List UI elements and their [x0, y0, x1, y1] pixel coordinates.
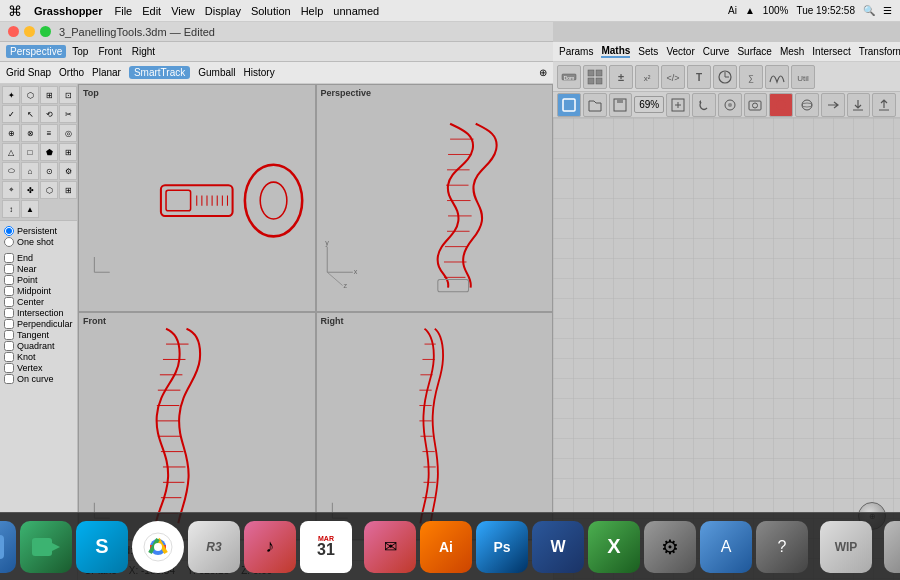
dock-calendar[interactable]: MAR31: [300, 521, 352, 573]
dock-chrome[interactable]: [132, 521, 184, 573]
sidebar-icon-7[interactable]: ⟲: [40, 105, 58, 123]
gh-menu-curve[interactable]: Curve: [703, 46, 730, 57]
gh-menu-params[interactable]: Params: [559, 46, 593, 57]
gh-menu-mesh[interactable]: Mesh: [780, 46, 804, 57]
sidebar-icon-5[interactable]: ✓: [2, 105, 20, 123]
history[interactable]: History: [244, 67, 275, 78]
snap-knot[interactable]: Knot: [4, 352, 73, 362]
viewport-right[interactable]: Right: [316, 312, 554, 540]
menu-view[interactable]: View: [171, 5, 195, 17]
search-icon[interactable]: 🔍: [863, 5, 875, 16]
gh-icon-script[interactable]: </>: [661, 65, 685, 89]
gh-icon-util[interactable]: Util: [791, 65, 815, 89]
menu-unnamed[interactable]: unnamed: [333, 5, 379, 17]
minimize-button[interactable]: [24, 26, 35, 37]
gh-menu-vector[interactable]: Vector: [666, 46, 694, 57]
sidebar-icon-23[interactable]: ⬡: [40, 181, 58, 199]
menu-solution[interactable]: Solution: [251, 5, 291, 17]
snap-center[interactable]: Center: [4, 297, 73, 307]
sidebar-icon-2[interactable]: ⬡: [21, 86, 39, 104]
sidebar-icon-21[interactable]: ⌖: [2, 181, 20, 199]
sidebar-icon-3[interactable]: ⊞: [40, 86, 58, 104]
gh-open-icon[interactable]: [583, 93, 607, 117]
snap-oncurve[interactable]: On curve: [4, 374, 73, 384]
sidebar-icon-26[interactable]: ▲: [21, 200, 39, 218]
gh-download-icon[interactable]: [847, 93, 871, 117]
snap-tangent[interactable]: Tangent: [4, 330, 73, 340]
menu-display[interactable]: Display: [205, 5, 241, 17]
sidebar-icon-22[interactable]: ✤: [21, 181, 39, 199]
sidebar-icon-18[interactable]: ⌂: [21, 162, 39, 180]
gh-save-icon[interactable]: [609, 93, 633, 117]
snap-near[interactable]: Near: [4, 264, 73, 274]
ortho[interactable]: Ortho: [59, 67, 84, 78]
dock-unknown-app[interactable]: ?: [756, 521, 808, 573]
gh-zoom-level[interactable]: 69%: [634, 96, 664, 113]
gh-canvas[interactable]: seed ▌ s Cull ▌ ▌ On L 0.0em 0.0em >20 >…: [553, 118, 900, 580]
gh-icon-polynomials[interactable]: x²: [635, 65, 659, 89]
dock-wip[interactable]: WIP: [820, 521, 872, 573]
viewport-top[interactable]: Top: [78, 84, 316, 312]
dock-xcode[interactable]: X: [588, 521, 640, 573]
control-icon[interactable]: ☰: [883, 5, 892, 16]
sidebar-icon-15[interactable]: ⬟: [40, 143, 58, 161]
gh-upload-icon[interactable]: [872, 93, 896, 117]
gh-camera-icon[interactable]: [744, 93, 768, 117]
snap-intersection[interactable]: Intersection: [4, 308, 73, 318]
tab-front[interactable]: Front: [94, 45, 125, 58]
snap-oneshot[interactable]: One shot: [4, 237, 73, 247]
maximize-button[interactable]: [40, 26, 51, 37]
dock-ai[interactable]: Ai: [420, 521, 472, 573]
dock-facetime[interactable]: [20, 521, 72, 573]
tab-top[interactable]: Top: [68, 45, 92, 58]
planar[interactable]: Planar: [92, 67, 121, 78]
sidebar-icon-13[interactable]: △: [2, 143, 20, 161]
gh-icon-math[interactable]: ∑: [739, 65, 763, 89]
close-button[interactable]: [8, 26, 19, 37]
snap-vertex[interactable]: Vertex: [4, 363, 73, 373]
sidebar-icon-1[interactable]: ✦: [2, 86, 20, 104]
dock-system-prefs[interactable]: ⚙: [644, 521, 696, 573]
sidebar-icon-10[interactable]: ⊗: [21, 124, 39, 142]
snap-perpendicular[interactable]: Perpendicular: [4, 319, 73, 329]
gh-menu-sets[interactable]: Sets: [638, 46, 658, 57]
gh-icon-domain[interactable]: Dom: [557, 65, 581, 89]
tab-perspective[interactable]: Perspective: [6, 45, 66, 58]
sidebar-icon-14[interactable]: □: [21, 143, 39, 161]
snap-end[interactable]: End: [4, 253, 73, 263]
sidebar-icon-6[interactable]: ↖: [21, 105, 39, 123]
gumball[interactable]: Gumball: [198, 67, 235, 78]
sidebar-icon-19[interactable]: ⊙: [40, 162, 58, 180]
dock-ps[interactable]: Ps: [476, 521, 528, 573]
dock-rhino-app[interactable]: R3: [188, 521, 240, 573]
dock-appstore[interactable]: A: [700, 521, 752, 573]
menu-edit[interactable]: Edit: [142, 5, 161, 17]
tab-right[interactable]: Right: [128, 45, 159, 58]
dock-word[interactable]: W: [532, 521, 584, 573]
sidebar-icon-9[interactable]: ⊕: [2, 124, 20, 142]
menu-file[interactable]: File: [114, 5, 132, 17]
sidebar-icon-11[interactable]: ≡: [40, 124, 58, 142]
dock-mail[interactable]: ✉: [364, 521, 416, 573]
sidebar-icon-17[interactable]: ⬭: [2, 162, 20, 180]
snap-point[interactable]: Point: [4, 275, 73, 285]
gh-menu-surface[interactable]: Surface: [737, 46, 771, 57]
gh-arrow-icon[interactable]: [821, 93, 845, 117]
viewport-perspective[interactable]: Perspective: [316, 84, 554, 312]
sidebar-icon-25[interactable]: ↕: [2, 200, 20, 218]
gh-undo[interactable]: [692, 93, 716, 117]
gh-icon-operators[interactable]: ±: [609, 65, 633, 89]
gh-icon-time[interactable]: [713, 65, 737, 89]
gh-icon-trig[interactable]: [765, 65, 789, 89]
gh-red-icon[interactable]: [769, 93, 793, 117]
gh-menu-transform[interactable]: Transform: [859, 46, 900, 57]
apple-menu[interactable]: ⌘: [8, 3, 22, 19]
smart-track[interactable]: SmartTrack: [129, 66, 190, 79]
menu-help[interactable]: Help: [301, 5, 324, 17]
snap-persistent[interactable]: Persistent: [4, 226, 73, 236]
dock-finder[interactable]: [0, 521, 16, 573]
gh-sphere-icon[interactable]: [795, 93, 819, 117]
gh-new-icon[interactable]: [557, 93, 581, 117]
dock-trash[interactable]: 🗑: [884, 521, 900, 573]
sidebar-icon-8[interactable]: ✂: [59, 105, 77, 123]
